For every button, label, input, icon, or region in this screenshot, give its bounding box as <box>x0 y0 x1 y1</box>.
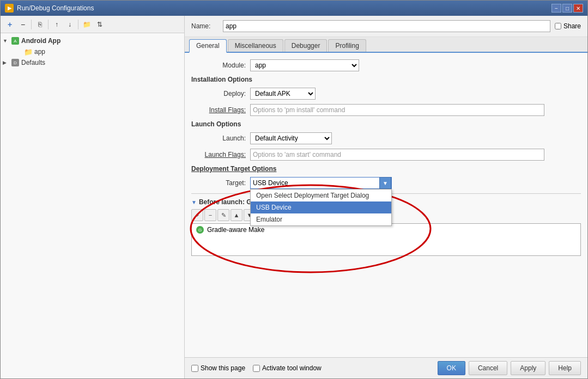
share-checkbox[interactable] <box>555 23 561 29</box>
target-control: USB Device ▼ Open Select Deployment Targ… <box>250 177 544 189</box>
folder-button[interactable]: 📁 <box>81 19 93 30</box>
gradle-icon: G <box>196 226 204 234</box>
left-toolbar: + − ⎘ ↑ ↓ 📁 <box>1 16 184 33</box>
share-area: Share <box>555 22 581 30</box>
ok-button[interactable]: OK <box>438 361 465 375</box>
before-launch-edit-btn[interactable]: ✎ <box>217 209 229 221</box>
target-selected-text: USB Device <box>253 179 379 187</box>
folder-icon: 📁 <box>83 21 91 28</box>
before-launch-add-btn[interactable]: + <box>191 209 203 221</box>
down-icon: ↓ <box>68 21 71 28</box>
dropdown-item-emulator[interactable]: Emulator <box>251 213 391 225</box>
tab-miscellaneous[interactable]: Miscellaneous <box>228 39 283 52</box>
target-selected-display: USB Device ▼ <box>250 177 392 189</box>
copy-config-button[interactable]: ⎘ <box>34 19 46 30</box>
move-up-button[interactable]: ↑ <box>51 19 63 30</box>
before-launch-up-btn[interactable]: ▲ <box>231 209 243 221</box>
before-launch-remove-btn[interactable]: − <box>204 209 216 221</box>
tree-label-app: app <box>34 48 45 56</box>
show-page-label: Show this page <box>201 364 245 372</box>
close-button[interactable]: ✕ <box>573 4 583 13</box>
toolbar-sep-3 <box>78 20 78 29</box>
launch-dropdown-wrap: Default Activity <box>250 132 544 144</box>
tab-profiling[interactable]: Profiling <box>328 39 366 52</box>
main-window: ▶ Run/Debug Configurations − □ ✕ + − ⎘ <box>0 0 588 379</box>
launch-flags-label: Launch Flags: <box>191 151 246 158</box>
deploy-dropdown-wrap: Default APK <box>250 88 544 100</box>
name-row: Name: Share <box>185 16 587 37</box>
launch-flags-control <box>250 149 544 161</box>
cancel-button[interactable]: Cancel <box>469 361 507 375</box>
launch-options-header: Launch Options <box>191 120 581 128</box>
tree-item-app[interactable]: 📁 app <box>1 46 184 57</box>
installation-options-header: Installation Options <box>191 76 581 83</box>
install-flags-row: Install Flags: <box>191 104 581 116</box>
sort-button[interactable]: ⇅ <box>94 19 106 30</box>
launch-control: Default Activity <box>250 132 544 144</box>
install-flags-input[interactable] <box>250 104 544 116</box>
activate-tool-check: Activate tool window <box>253 364 322 372</box>
config-content: Module: app Installation Options Deploy: <box>185 53 587 357</box>
share-label: Share <box>563 22 581 30</box>
before-launch-arrow-icon: ▼ <box>191 199 197 205</box>
tree-arrow-android-app: ▼ <box>3 38 9 44</box>
launch-label: Launch: <box>191 135 246 142</box>
toolbar-sep-2 <box>48 20 49 29</box>
defaults-icon: D <box>11 58 20 67</box>
dropdown-item-open-select[interactable]: Open Select Deployment Target Dialog <box>251 190 391 201</box>
launch-flags-row: Launch Flags: <box>191 149 581 161</box>
copy-icon: ⎘ <box>38 21 42 28</box>
name-label: Name: <box>191 22 219 30</box>
module-select[interactable]: app <box>250 59 359 71</box>
target-dropdown-button[interactable]: ▼ <box>379 177 391 189</box>
tab-general[interactable]: General <box>189 39 227 53</box>
apply-button[interactable]: Apply <box>511 361 545 375</box>
activate-tool-label: Activate tool window <box>262 364 322 372</box>
tab-debugger[interactable]: Debugger <box>284 39 328 52</box>
tree-item-android-app[interactable]: ▼ A Android App <box>1 35 184 46</box>
launch-flags-input[interactable] <box>250 149 544 161</box>
tree-label-android-app: Android App <box>21 37 60 45</box>
tree-item-defaults[interactable]: ▶ D Defaults <box>1 57 184 68</box>
deploy-control: Default APK <box>250 88 544 100</box>
module-label: Module: <box>191 62 246 69</box>
show-page-check: Show this page <box>191 364 245 372</box>
deploy-row: Deploy: Default APK <box>191 88 581 100</box>
launch-row: Launch: Default Activity <box>191 132 581 144</box>
tree-label-defaults: Defaults <box>21 59 45 66</box>
app-folder-icon: 📁 <box>24 47 33 56</box>
up-icon: ↑ <box>55 21 58 28</box>
left-panel: + − ⎘ ↑ ↓ 📁 <box>1 16 185 378</box>
minimize-button[interactable]: − <box>551 4 561 13</box>
activate-tool-checkbox[interactable] <box>253 365 260 372</box>
help-button[interactable]: Help <box>549 361 581 375</box>
target-row: Target: USB Device ▼ Open Select Deploym… <box>191 177 581 189</box>
restore-button[interactable]: □ <box>562 4 572 13</box>
android-app-icon: A <box>11 36 20 45</box>
bottom-row: Show this page Activate tool window OK C… <box>185 357 587 378</box>
add-icon: + <box>8 20 12 29</box>
target-label: Target: <box>191 179 246 187</box>
name-input[interactable] <box>223 20 550 32</box>
tree-arrow-defaults: ▶ <box>3 60 9 65</box>
title-bar-left: ▶ Run/Debug Configurations <box>5 4 94 13</box>
title-bar: ▶ Run/Debug Configurations − □ ✕ <box>1 1 587 16</box>
add-config-button[interactable]: + <box>4 19 16 30</box>
dropdown-item-usb-device[interactable]: USB Device <box>251 201 391 213</box>
install-flags-label: Install Flags: <box>191 106 246 114</box>
move-down-button[interactable]: ↓ <box>64 19 76 30</box>
launch-select[interactable]: Default Activity <box>250 132 332 144</box>
window-title: Run/Debug Configurations <box>17 4 94 12</box>
minus-icon: − <box>21 20 25 29</box>
target-dropdown-wrap: USB Device ▼ <box>250 177 544 189</box>
deploy-select[interactable]: Default APK <box>250 88 316 100</box>
title-controls: − □ ✕ <box>551 4 583 13</box>
module-row: Module: app <box>191 59 581 71</box>
right-panel: Name: Share General Miscellaneous Debugg… <box>185 16 587 378</box>
tabs-bar: General Miscellaneous Debugger Profiling <box>185 37 587 53</box>
sort-icon: ⇅ <box>97 21 102 28</box>
show-page-checkbox[interactable] <box>191 365 198 372</box>
gradle-label: Gradle-aware Make <box>207 226 264 234</box>
remove-config-button[interactable]: − <box>17 19 29 30</box>
before-launch-list: G Gradle-aware Make <box>191 223 581 256</box>
